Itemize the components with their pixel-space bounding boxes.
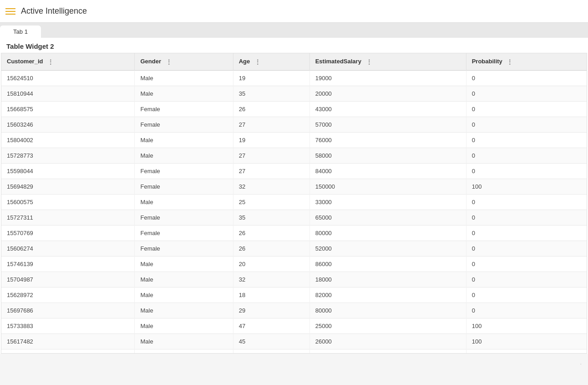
cell-customer-id: 15728773 [1, 148, 135, 163]
cell-probability: 0 [466, 148, 587, 163]
cell-customer-id: 15624510 [1, 70, 135, 86]
cell-customer-id: 15598044 [1, 163, 135, 179]
col-menu-icon-probability[interactable]: ⋮ [507, 58, 513, 66]
app-header: Active Intelligence [0, 0, 588, 23]
col-menu-icon-customer-id[interactable]: ⋮ [47, 58, 54, 66]
cell-gender: Male [135, 148, 233, 163]
cell-customer-id: 15746139 [1, 256, 135, 272]
col-header-probability: Probability ⋮ [466, 53, 587, 70]
cell-estimated-salary: 20000 [309, 86, 466, 101]
cell-customer-id: 15804002 [1, 132, 135, 148]
cell-probability: 0 [466, 132, 587, 148]
cell-age: 26 [233, 241, 309, 256]
cell-age: 35 [233, 210, 309, 225]
cell-probability: 100 [466, 318, 587, 334]
cell-age: 27 [233, 117, 309, 132]
cell-customer-id: 15600575 [1, 194, 135, 210]
cell-gender: Male [135, 194, 233, 210]
cell-customer-id: 15603246 [1, 117, 135, 132]
table-row: 15606274Female26520000 [1, 241, 587, 256]
table-container[interactable]: Customer_id ⋮ Gender ⋮ Age ⋮ EstimatedSa… [1, 53, 587, 354]
cell-age: 19 [233, 132, 309, 148]
cell-probability: 0 [466, 225, 587, 241]
cell-gender: Female [135, 101, 233, 117]
cell-probability: 0 [466, 86, 587, 101]
cell-estimated-salary: 86000 [309, 256, 466, 272]
table-row: 15598044Female27840000 [1, 163, 587, 179]
cell-estimated-salary: 82000 [309, 287, 466, 303]
cell-probability: 0 [466, 101, 587, 117]
cell-gender: Male [135, 287, 233, 303]
cell-age: 26 [233, 225, 309, 241]
cell-probability: 0 [466, 117, 587, 132]
cell-customer-id: 15733883 [1, 318, 135, 334]
cell-estimated-salary: 18000 [309, 272, 466, 287]
cell-age: 45 [233, 334, 309, 349]
cell-probability: 0 [466, 194, 587, 210]
col-menu-icon-age[interactable]: ⋮ [254, 58, 261, 66]
table-row: 15600575Male25330000 [1, 194, 587, 210]
col-header-gender: Gender ⋮ [135, 53, 233, 70]
cell-customer-id: 15570769 [1, 225, 135, 241]
table-row: 15570769Female26800000 [1, 225, 587, 241]
cell-probability: 0 [466, 272, 587, 287]
cell-customer-id: 15727311 [1, 210, 135, 225]
table-row: 15810944Male35200000 [1, 86, 587, 101]
table-row: 15628972Male18820000 [1, 287, 587, 303]
cell-estimated-salary: 80000 [309, 225, 466, 241]
cell-estimated-salary: 65000 [309, 210, 466, 225]
cell-gender: Male [135, 70, 233, 86]
cell-gender: Female [135, 179, 233, 194]
cell-customer-id: 15694829 [1, 179, 135, 194]
cell-age: 35 [233, 86, 309, 101]
cell-gender: Female [135, 117, 233, 132]
cell-customer-id: 15810944 [1, 86, 135, 101]
col-menu-icon-estimated-salary[interactable]: ⋮ [366, 58, 372, 66]
cell-customer-id: 15628972 [1, 287, 135, 303]
cell-estimated-salary: 19000 [309, 70, 466, 86]
cell-gender: Male [135, 256, 233, 272]
cell-gender: Female [135, 241, 233, 256]
cell-estimated-salary: 52000 [309, 241, 466, 256]
cell-estimated-salary: 25000 [309, 318, 466, 334]
cell-gender: Male [135, 132, 233, 148]
cell-age: 27 [233, 148, 309, 163]
cell-estimated-salary: 33000 [309, 194, 466, 210]
table-row: 15668575Female26430000 [1, 101, 587, 117]
table-row: 15728773Male27580000 [1, 148, 587, 163]
cell-age: 25 [233, 194, 309, 210]
table-row: 15704987Male32180000 [1, 272, 587, 287]
table-row: 15617482Male4526000100 [1, 334, 587, 349]
table-row: 15694829Female32150000100 [1, 179, 587, 194]
table-row: 15704583Male4628000100 [1, 349, 587, 354]
cell-customer-id: 15606274 [1, 241, 135, 256]
cell-probability: 0 [466, 163, 587, 179]
cell-customer-id: 15697686 [1, 303, 135, 318]
cell-gender: Male [135, 303, 233, 318]
cell-estimated-salary: 150000 [309, 179, 466, 194]
menu-icon[interactable] [5, 8, 15, 15]
bottom-dot: . [580, 359, 582, 366]
cell-estimated-salary: 26000 [309, 334, 466, 349]
app-title: Active Intelligence [21, 6, 87, 16]
col-menu-icon-gender[interactable]: ⋮ [166, 58, 172, 66]
cell-probability: 0 [466, 303, 587, 318]
cell-estimated-salary: 28000 [309, 349, 466, 354]
table-row: 15746139Male20860000 [1, 256, 587, 272]
tab-bar: Tab 1 [0, 23, 588, 38]
cell-age: 29 [233, 303, 309, 318]
table-row: 15603246Female27570000 [1, 117, 587, 132]
cell-customer-id: 15704987 [1, 272, 135, 287]
cell-probability: 0 [466, 256, 587, 272]
cell-age: 47 [233, 318, 309, 334]
table-row: 15697686Male29800000 [1, 303, 587, 318]
cell-customer-id: 15617482 [1, 334, 135, 349]
cell-age: 32 [233, 179, 309, 194]
tab-1[interactable]: Tab 1 [0, 26, 41, 38]
table-row: 15804002Male19760000 [1, 132, 587, 148]
cell-age: 20 [233, 256, 309, 272]
widget-title: Table Widget 2 [0, 38, 588, 53]
col-header-estimated-salary: EstimatedSalary ⋮ [309, 53, 466, 70]
table-row: 15727311Female35650000 [1, 210, 587, 225]
cell-customer-id: 15704583 [1, 349, 135, 354]
